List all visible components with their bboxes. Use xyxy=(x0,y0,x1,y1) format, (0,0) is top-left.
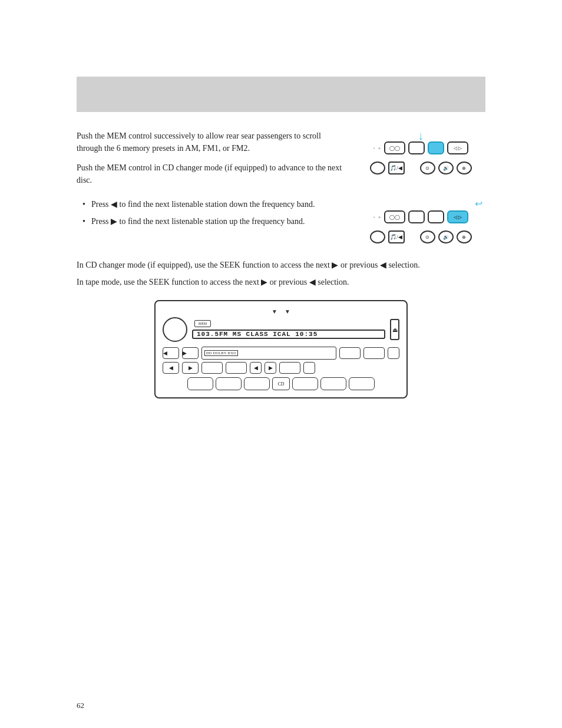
mid-row-1: ◀ ▶ DD DOLBY HXO xyxy=(163,347,399,360)
curved-arrow-icon: ↩ xyxy=(475,199,482,209)
preset-btn-3 xyxy=(244,377,270,390)
bullet2-suffix: to find the next listenable station up t… xyxy=(120,217,305,226)
btn-mem-highlighted xyxy=(428,141,444,154)
seek-tape-prefix: In tape mode, use the SEEK function to a… xyxy=(77,278,259,286)
dolby-label: DD DOLBY HXO xyxy=(204,350,238,356)
cd-slot-btn: CD xyxy=(272,377,290,390)
press-btn-round3: 🔊 xyxy=(438,230,454,243)
preset-btn-4 xyxy=(292,377,318,390)
slot-triangle-right: ▼ xyxy=(285,308,290,315)
mem-diagram: ↓ - + ◯◯ ◁ ▷ xyxy=(356,130,485,186)
mem-small-btn: MEM xyxy=(194,320,211,327)
btn-seek-l: ◀ xyxy=(250,362,262,374)
radio-bottom-row: CD xyxy=(163,377,399,390)
press-diag-top-row: - + ◯◯ ◁ ▷ xyxy=(373,210,468,223)
bullet1-suffix: to find the next listenable station down… xyxy=(120,200,315,209)
mem-para1: Push the MEM control successively to all… xyxy=(77,130,344,154)
radio-eject-btn: ⏏ xyxy=(390,319,399,340)
cd-icon: CD xyxy=(277,381,284,387)
seek-tape-end: selection. xyxy=(318,278,349,286)
header-bar xyxy=(77,77,485,112)
press-btn-round2: ⊙ xyxy=(420,230,435,243)
btn-fwd: ▶ xyxy=(182,362,199,374)
seek-cd-prev-icon: ◀ xyxy=(380,261,389,269)
btn-mode xyxy=(363,347,385,359)
diag-bottom-row: 🎵/◀ ⊙ 🔊 ⊕ xyxy=(370,162,472,174)
press-btn-center xyxy=(408,210,425,223)
mem-para2: Push the MEM control in CD changer mode … xyxy=(77,162,344,186)
press-btn-round4: ⊕ xyxy=(457,230,472,243)
press-btn-minus-plus: ◯◯ xyxy=(384,210,405,223)
page-number: 62 xyxy=(77,701,84,710)
down-arrow-indicator: ↓ xyxy=(418,130,424,141)
diag-top-row: - + ◯◯ ◁ ▷ xyxy=(373,141,468,154)
press-bullet-list: Press ◀ to find the next listenable stat… xyxy=(77,198,344,228)
section-mem: Push the MEM control successively to all… xyxy=(77,130,485,186)
preset-btn-5 xyxy=(320,377,346,390)
btn-seek: ◁ ▷ xyxy=(447,141,468,154)
bullet1-prefix: Press xyxy=(91,200,109,209)
slot-triangle-left: ▼ xyxy=(272,308,277,315)
btn-seek-r: ▶ xyxy=(265,362,276,374)
press-btn-seek-highlighted: ◁ ▷ xyxy=(447,210,468,223)
mid-row-2: ◀ ▶ ◀ ▶ xyxy=(163,362,399,374)
press-diag-bottom-row: 🎵/◀ ⊙ 🔊 ⊕ xyxy=(370,230,472,243)
btn-side xyxy=(388,347,399,359)
radio-display-screen: 103.5FM MS CLASS ICAL 10:35 xyxy=(192,330,385,339)
btn-minus-plus: ◯◯ xyxy=(384,141,405,154)
btn-round3: 🔊 xyxy=(438,162,454,174)
slot-indicator: ▼ ▼ xyxy=(163,308,399,315)
btn-round2: ⊙ xyxy=(420,162,435,174)
press-btn-n: 🎵/◀ xyxy=(388,230,405,243)
btn-next: ▶ xyxy=(182,347,199,359)
section-press: Press ◀ to find the next listenable stat… xyxy=(77,198,485,247)
radio-controls-mid: ◀ ▶ DD DOLBY HXO ◀ xyxy=(163,347,399,374)
radio-display-text: 103.5FM MS CLASS ICAL 10:35 xyxy=(197,331,318,338)
btn-n: 🎵/◀ xyxy=(388,162,405,174)
mem-radio-diagram: - + ◯◯ ◁ ▷ 🎵/◀ xyxy=(370,141,472,178)
seek-cd-or: or previous xyxy=(340,261,378,269)
eject-icon: ⏏ xyxy=(392,327,398,333)
btn-b4 xyxy=(303,362,315,374)
tape-slot: DD DOLBY HXO xyxy=(201,347,336,360)
btn-rnd xyxy=(339,347,361,359)
btn-rew: ◀ xyxy=(163,362,179,374)
press-text-block: Press ◀ to find the next listenable stat… xyxy=(77,198,344,247)
preset-btn-6 xyxy=(349,377,375,390)
bullet-item-1: Press ◀ to find the next listenable stat… xyxy=(82,198,344,210)
preset-btn-2 xyxy=(216,377,242,390)
btn-prev: ◀ xyxy=(163,347,179,359)
content-area: Push the MEM control successively to all… xyxy=(77,130,485,410)
preset-btn-1 xyxy=(187,377,213,390)
radio-display-row: MEM 103.5FM MS CLASS ICAL 10:35 ⏏ xyxy=(163,317,399,342)
press-radio-diagram: - + ◯◯ ◁ ▷ 🎵/◀ xyxy=(370,210,472,247)
seek-tape-or: or previous xyxy=(270,278,307,286)
btn-b2 xyxy=(226,362,247,374)
press-btn-mid xyxy=(428,210,444,223)
press-diagram: ↩ - + ◯◯ ◁ ▷ xyxy=(356,198,485,247)
bullet-item-2: Press ▶ to find the next listenable stat… xyxy=(82,215,344,228)
seek-tape-next-icon: ▶ xyxy=(261,278,270,286)
btn-b1 xyxy=(201,362,223,374)
press-btn-round1 xyxy=(370,230,385,243)
btn-b3 xyxy=(279,362,300,374)
triangle-left-icon-1: ◀ xyxy=(111,200,120,209)
btn-round1 xyxy=(370,162,385,174)
triangle-right-icon-1: ▶ xyxy=(111,217,120,226)
seek-cd-text: In CD changer mode (if equipped), use th… xyxy=(77,259,485,271)
btn-center xyxy=(408,141,425,154)
radio-volume-knob xyxy=(163,317,187,342)
mem-text-block: Push the MEM control successively to all… xyxy=(77,130,344,186)
seek-tape-text: In tape mode, use the SEEK function to a… xyxy=(77,276,485,288)
seek-tape-prev-icon: ◀ xyxy=(309,278,318,286)
page-container: Push the MEM control successively to all… xyxy=(0,0,562,728)
seek-cd-prefix: In CD changer mode (if equipped), use th… xyxy=(77,261,330,269)
seek-cd-next-icon: ▶ xyxy=(332,261,340,269)
btn-round4: ⊕ xyxy=(457,162,472,174)
bullet2-prefix: Press xyxy=(91,217,109,226)
seek-cd-end: selection. xyxy=(388,261,419,269)
radio-unit-diagram: ▼ ▼ MEM 103.5FM MS CLASS ICAL 10:35 ⏏ xyxy=(154,300,408,398)
